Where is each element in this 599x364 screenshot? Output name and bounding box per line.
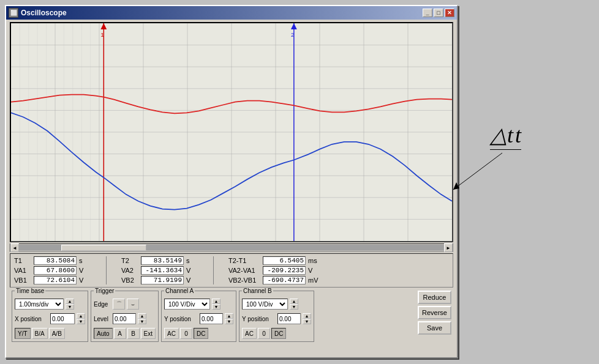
ab-btn[interactable]: A/B xyxy=(49,328,65,339)
xpos-input[interactable] xyxy=(50,313,75,324)
t2-value: 83.5149 xyxy=(141,256,184,265)
t2t1-value: 6.5405 xyxy=(263,256,306,265)
trig-b-btn[interactable]: B xyxy=(127,328,140,339)
channelB-up[interactable]: ▲ xyxy=(290,299,298,304)
channelA-dc-btn[interactable]: DC xyxy=(194,328,208,339)
scrollbar-thumb[interactable] xyxy=(61,245,146,251)
scope-screen: 1 2 xyxy=(10,22,453,242)
channelB-0-btn[interactable]: 0 xyxy=(258,328,270,339)
level-label: Level xyxy=(94,316,111,322)
vb2-value: 71.9199 xyxy=(141,276,184,284)
channelB-ypos-up[interactable]: ▲ xyxy=(303,313,311,319)
channelB-dc-btn[interactable]: DC xyxy=(271,328,286,339)
channelB-ac-btn[interactable]: AC xyxy=(242,328,257,339)
va2va1-unit: V xyxy=(308,267,320,274)
title-bar-left: ⬜ Oscilloscope xyxy=(9,8,67,18)
svg-text:2: 2 xyxy=(291,31,295,38)
vb2vb1-label: VB2-VB1 xyxy=(228,277,260,284)
channelA-0-btn[interactable]: 0 xyxy=(180,328,192,339)
edge-falling-btn[interactable]: ⌣ xyxy=(127,299,139,310)
reduce-button[interactable]: Reduce xyxy=(418,291,451,304)
channelA-ac-btn[interactable]: AC xyxy=(164,328,179,339)
close-button[interactable]: ✕ xyxy=(445,9,454,17)
t1-label: T1 xyxy=(14,257,31,264)
vb1-value: 72.6104 xyxy=(34,276,77,284)
level-down[interactable]: ▼ xyxy=(138,319,146,324)
channelB-ypos-label: Y position xyxy=(242,316,276,322)
meas-col1: T1 83.5084 s VA1 67.8600 V VB1 72.6104 V xyxy=(14,256,91,284)
save-button[interactable]: Save xyxy=(418,321,451,335)
trigger-label: Trigger xyxy=(94,288,115,294)
edge-label: Edge xyxy=(94,301,111,308)
timebase-spin[interactable]: ▲ ▼ xyxy=(66,299,74,310)
scroll-left-btn[interactable]: ◄ xyxy=(10,243,19,252)
trig-ext-btn[interactable]: Ext xyxy=(141,328,156,339)
minimize-button[interactable]: _ xyxy=(423,9,432,17)
xpos-spin[interactable]: ▲ ▼ xyxy=(77,313,85,324)
t1-unit: s xyxy=(79,257,91,264)
maximize-button[interactable]: □ xyxy=(434,9,443,17)
scroll-right-btn[interactable]: ► xyxy=(444,243,453,252)
right-buttons-group: Reduce Reverse Save xyxy=(418,291,451,335)
level-up[interactable]: ▲ xyxy=(138,313,146,319)
timebase-down[interactable]: ▼ xyxy=(66,304,74,310)
delta-t-annotation: △t t xyxy=(490,122,521,150)
va1-unit: V xyxy=(79,267,91,274)
channelA-down[interactable]: ▼ xyxy=(212,304,220,310)
yt-btn[interactable]: Y/T xyxy=(15,328,31,339)
scope-grid: 1 2 xyxy=(11,23,452,241)
channelA-select[interactable]: 100 V/Div 1 V/Div 10 V/Div 1000 V/Div xyxy=(164,299,210,310)
trigger-group: Trigger Edge ⌒ ⌣ Level ▲ ▼ Auto A B Ext xyxy=(91,291,159,342)
xpos-down[interactable]: ▼ xyxy=(77,319,85,324)
meas-col3: T2-T1 6.5405 ms VA2-VA1 -209.2235 V VB2-… xyxy=(228,256,323,284)
channelB-down[interactable]: ▼ xyxy=(290,304,298,310)
trig-a-btn[interactable]: A xyxy=(114,328,126,339)
delta-t-underline xyxy=(490,149,521,150)
channelA-ypos-spin[interactable]: ▲ ▼ xyxy=(225,313,233,324)
va1-label: VA1 xyxy=(14,267,31,274)
scrollbar-track[interactable] xyxy=(19,245,444,251)
vb1-unit: V xyxy=(79,277,91,284)
vb2-unit: V xyxy=(186,277,198,284)
channelB-ypos-input[interactable] xyxy=(277,313,301,324)
channelA-spin[interactable]: ▲ ▼ xyxy=(212,299,220,310)
va2-unit: V xyxy=(186,267,198,274)
svg-line-33 xyxy=(453,153,502,190)
timebase-select[interactable]: 1.00ms/div 0.10ms/div 0.50ms/div 5.00ms/… xyxy=(15,299,64,310)
channelA-ypos-input[interactable] xyxy=(200,313,223,324)
channelA-ypos-up[interactable]: ▲ xyxy=(225,313,233,319)
channelB-label: Channel B xyxy=(242,288,273,294)
level-input[interactable] xyxy=(113,313,136,324)
channelB-ypos-spin[interactable]: ▲ ▼ xyxy=(303,313,311,324)
title-bar-buttons: _ □ ✕ xyxy=(423,9,454,17)
va1-value: 67.8600 xyxy=(34,266,77,275)
level-spin[interactable]: ▲ ▼ xyxy=(138,313,146,324)
ba-btn[interactable]: B/A xyxy=(32,328,48,339)
delta-t-var: t xyxy=(515,123,521,147)
timebase-up[interactable]: ▲ xyxy=(66,299,74,304)
channelB-spin[interactable]: ▲ ▼ xyxy=(290,299,298,310)
channelA-group: Channel A 100 V/Div 1 V/Div 10 V/Div 100… xyxy=(161,291,236,342)
t2-label: T2 xyxy=(121,257,138,264)
oscilloscope-window: ⬜ Oscilloscope _ □ ✕ xyxy=(5,5,458,358)
measurements-panel: T1 83.5084 s VA1 67.8600 V VB1 72.6104 V… xyxy=(10,253,453,288)
title-bar: ⬜ Oscilloscope _ □ ✕ xyxy=(6,6,457,20)
delta-t-text: △t xyxy=(490,123,513,147)
h-scrollbar[interactable]: ◄ ► xyxy=(10,243,453,252)
vb2-label: VB2 xyxy=(121,277,138,284)
channelB-ypos-down[interactable]: ▼ xyxy=(303,319,311,324)
channelA-ypos-down[interactable]: ▼ xyxy=(225,319,233,324)
reverse-button[interactable]: Reverse xyxy=(418,306,451,319)
va2-value: -141.3634 xyxy=(141,266,184,275)
auto-btn[interactable]: Auto xyxy=(94,328,113,339)
edge-rising-btn[interactable]: ⌒ xyxy=(113,299,125,310)
channelB-select[interactable]: 100 V/Div 1 V/Div 10 V/Div 1000 V/Div xyxy=(242,299,288,310)
window-icon: ⬜ xyxy=(9,8,18,18)
xpos-up[interactable]: ▲ xyxy=(77,313,85,319)
window-title: Oscilloscope xyxy=(21,9,67,17)
channelA-up[interactable]: ▲ xyxy=(212,299,220,304)
t1-value: 83.5084 xyxy=(34,256,77,265)
controls-panel: Time base 1.00ms/div 0.10ms/div 0.50ms/d… xyxy=(10,289,453,344)
vb1-label: VB1 xyxy=(14,277,31,284)
meas-col2: T2 83.5149 s VA2 -141.3634 V VB2 71.9199… xyxy=(121,256,198,284)
